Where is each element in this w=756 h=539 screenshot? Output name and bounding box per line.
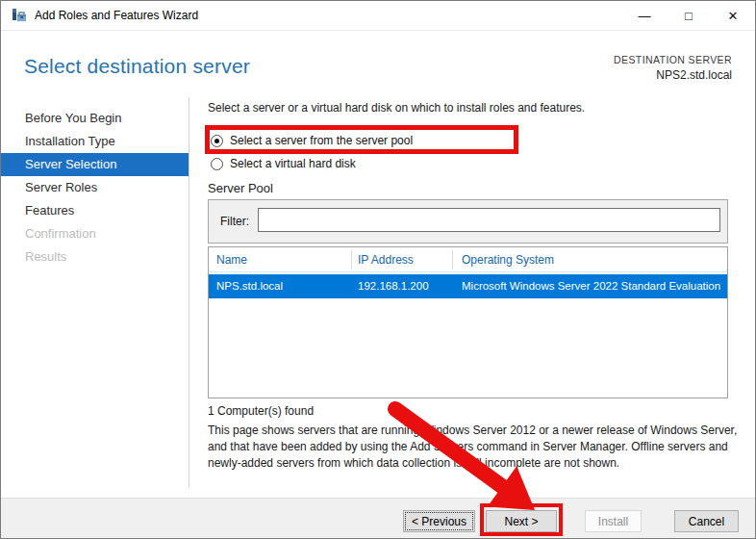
destination-server-value: NPS2.std.local <box>614 68 732 82</box>
cell-operating-system: Microsoft Windows Server 2022 Standard E… <box>462 274 720 298</box>
sidebar-item-before-you-begin[interactable]: Before You Begin <box>1 107 189 130</box>
wizard-steps-sidebar: Before You Begin Installation Type Serve… <box>1 107 189 269</box>
radio-label: Select a virtual hard disk <box>230 157 356 170</box>
sidebar-item-installation-type[interactable]: Installation Type <box>1 130 189 153</box>
filter-input[interactable] <box>258 208 720 232</box>
filter-label: Filter: <box>220 215 249 228</box>
sidebar-item-server-roles[interactable]: Server Roles <box>1 176 189 199</box>
page-title: Select destination server <box>24 55 250 78</box>
add-roles-features-wizard-window: Add Roles and Features Wizard — □ ✕ Sele… <box>0 0 756 539</box>
next-button[interactable]: Next > <box>486 510 557 532</box>
radio-unselected-icon[interactable] <box>211 158 223 170</box>
column-header-ip-address[interactable]: IP Address <box>358 247 414 272</box>
column-divider <box>351 250 352 270</box>
table-header-row: Name IP Address Operating System <box>209 247 727 272</box>
page-description-text: This page shows servers that are running… <box>208 423 738 472</box>
sidebar-item-confirmation: Confirmation <box>1 222 189 245</box>
sidebar-item-results: Results <box>1 245 189 269</box>
column-header-operating-system[interactable]: Operating System <box>462 247 554 272</box>
sidebar-item-features[interactable]: Features <box>1 199 189 222</box>
radio-select-server-from-pool[interactable]: Select a server from the server pool <box>211 133 413 148</box>
titlebar: Add Roles and Features Wizard — □ ✕ <box>1 1 755 31</box>
radio-selected-icon[interactable] <box>211 135 223 147</box>
maximize-button[interactable]: □ <box>667 1 711 31</box>
table-row-selected[interactable]: NPS.std.local 192.168.1.200 Microsoft Wi… <box>209 274 727 298</box>
column-header-name[interactable]: Name <box>216 247 247 272</box>
server-manager-icon <box>12 8 28 24</box>
server-pool-heading: Server Pool <box>208 181 273 195</box>
destination-server-block: DESTINATION SERVER NPS2.std.local <box>614 54 732 82</box>
sidebar-item-server-selection[interactable]: Server Selection <box>1 153 189 176</box>
window-title: Add Roles and Features Wizard <box>35 1 198 31</box>
previous-button[interactable]: < Previous <box>403 510 475 532</box>
radio-label: Select a server from the server pool <box>230 134 413 147</box>
server-pool-table: Name IP Address Operating System NPS.std… <box>208 246 728 398</box>
wizard-footer: < Previous Next > Install Cancel <box>1 498 755 539</box>
radio-select-virtual-hard-disk[interactable]: Select a virtual hard disk <box>211 156 356 171</box>
instruction-text: Select a server or a virtual hard disk o… <box>208 101 585 115</box>
column-divider <box>452 250 453 270</box>
server-pool-filter-box: Filter: <box>208 199 728 244</box>
cell-ip-address: 192.168.1.200 <box>358 274 429 298</box>
cell-server-name: NPS.std.local <box>216 274 283 298</box>
close-button[interactable]: ✕ <box>711 1 755 31</box>
destination-server-label: DESTINATION SERVER <box>614 54 732 65</box>
computers-found-text: 1 Computer(s) found <box>208 404 314 418</box>
sidebar-divider <box>189 97 189 488</box>
install-button[interactable]: Install <box>585 510 642 532</box>
cancel-button[interactable]: Cancel <box>674 510 739 532</box>
minimize-button[interactable]: — <box>622 1 667 31</box>
